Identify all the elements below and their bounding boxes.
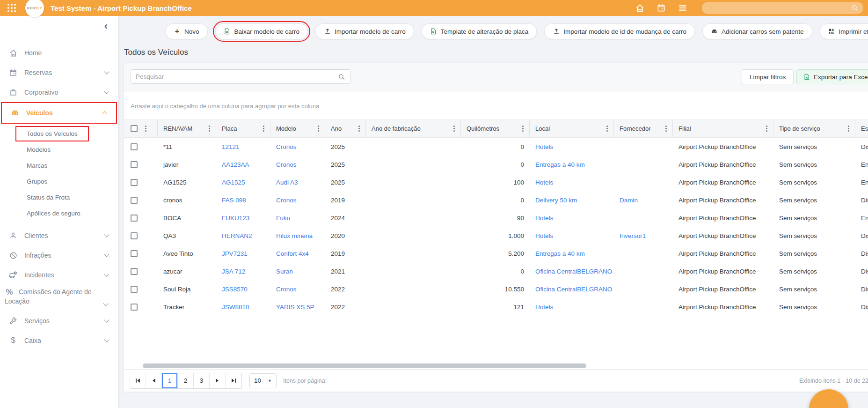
sidebar-item-todos-os-veiculos[interactable]: Todos os Veículos — [0, 126, 118, 141]
adicionar-carros-sem-patente-button[interactable]: Adicionar carros sem patente — [702, 23, 812, 39]
cell-placa[interactable]: AA123AA — [216, 156, 270, 173]
cell-modelo[interactable]: Confort 4x4 — [270, 245, 325, 262]
first-page-button[interactable] — [130, 373, 146, 388]
column-menu-icon[interactable] — [766, 128, 767, 129]
column-header-quilometros[interactable]: Quilômetros — [461, 120, 530, 137]
importar-modelo-id-mudanca-button[interactable]: Importar modelo de id de mudança de carr… — [544, 23, 695, 39]
cell-placa[interactable]: JSS8570 — [216, 280, 270, 298]
column-menu-icon[interactable] — [358, 128, 360, 129]
cell-local[interactable]: Hotels — [530, 227, 614, 245]
sidebar-item-servicos[interactable]: Serviços — [0, 311, 118, 331]
sidebar-item-marcas[interactable]: Marcas — [0, 157, 118, 173]
column-header-ano_fabricacao[interactable]: Ano de fabricação — [366, 120, 461, 137]
floating-action-button[interactable] — [809, 389, 848, 408]
imprimir-etiqueta-button[interactable]: Imprimir etiqueta del vehículo — [820, 23, 868, 39]
sidebar-item-corporativo[interactable]: Corporativo — [0, 82, 118, 102]
home-icon[interactable] — [635, 3, 645, 13]
grid-search-input[interactable] — [136, 73, 338, 80]
cell-local[interactable]: Hotels — [530, 209, 614, 227]
row-checkbox[interactable] — [131, 286, 138, 293]
row-checkbox[interactable] — [131, 197, 138, 204]
last-page-button[interactable] — [226, 373, 241, 388]
sidebar-item-caixa[interactable]: $ Caixa — [0, 331, 118, 350]
cell-placa[interactable]: JPV7231 — [216, 245, 270, 262]
sidebar-item-infracoes[interactable]: Infrações — [0, 245, 118, 265]
sidebar-item-modelos[interactable]: Modelos — [0, 141, 118, 157]
column-menu-icon[interactable] — [848, 128, 849, 129]
column-header-fornecedor[interactable]: Fornecedor — [614, 120, 673, 137]
cell-modelo[interactable]: Audi A3 — [270, 173, 325, 191]
row-checkbox[interactable] — [131, 232, 138, 239]
clear-filters-button[interactable]: Limpar filtros — [742, 69, 794, 84]
cell-modelo[interactable]: Cronos — [270, 191, 325, 209]
page-button-2[interactable]: 2 — [178, 373, 194, 388]
column-menu-icon[interactable] — [453, 128, 455, 129]
select-all-checkbox[interactable] — [131, 125, 138, 132]
column-menu-icon[interactable] — [209, 128, 210, 129]
row-checkbox[interactable] — [131, 161, 138, 168]
page-button-3[interactable]: 3 — [194, 373, 210, 388]
export-excel-button[interactable]: Exportar para Excel — [796, 69, 868, 84]
column-header-placa[interactable]: Placa — [216, 120, 270, 137]
column-header-modelo[interactable]: Modelo — [270, 120, 325, 137]
cell-local[interactable]: Entregas a 40 km — [530, 156, 614, 173]
column-menu-icon[interactable] — [522, 128, 524, 129]
cell-placa[interactable]: 12121 — [216, 138, 270, 156]
cell-placa[interactable]: FUKU123 — [216, 209, 270, 227]
importar-modelo-de-carro-button[interactable]: Importar modelo de carro — [315, 23, 414, 39]
cell-local[interactable]: Hotels — [530, 298, 614, 316]
cell-modelo[interactable]: Cronos — [270, 280, 325, 298]
menu-icon[interactable] — [678, 3, 688, 13]
cell-local[interactable]: Hotels — [530, 138, 614, 156]
cell-placa[interactable]: JSW8810 — [216, 298, 270, 316]
column-header-renavam[interactable]: RENAVAM — [158, 120, 216, 137]
baixar-modelo-de-carro-button[interactable]: Baixar modelo de carro — [215, 23, 308, 39]
column-header-ano[interactable]: Ano — [325, 120, 366, 137]
cell-modelo[interactable]: Cronos — [270, 156, 325, 173]
collapse-sidebar-icon[interactable]: ‹ — [104, 21, 108, 31]
cell-modelo[interactable]: YARIS XS 5P — [270, 298, 325, 316]
cell-placa[interactable]: JSA 712 — [216, 262, 270, 280]
select-all-header[interactable] — [124, 120, 158, 137]
novo-button[interactable]: + Novo — [165, 23, 208, 39]
row-checkbox[interactable] — [131, 143, 138, 150]
cell-modelo[interactable]: Hilux mineria — [270, 227, 325, 245]
template-alteracao-placa-button[interactable]: Template de alteração de placa — [422, 23, 537, 39]
calendar-icon[interactable] — [656, 3, 666, 13]
column-header-tipo_servico[interactable]: Tipo de serviço — [773, 120, 855, 137]
sidebar-item-incidentes[interactable]: Incidentes — [0, 265, 118, 285]
cell-modelo[interactable]: Cronos — [270, 138, 325, 156]
cell-modelo[interactable]: Fuku — [270, 209, 325, 227]
sidebar-item-status-da-frota[interactable]: Status da Frota — [0, 189, 118, 205]
cell-fornecedor[interactable]: Damin — [614, 191, 673, 209]
sidebar-item-comissoes[interactable]: %Comissões do Agente de Locação — [0, 285, 118, 311]
cell-local[interactable]: Oficina CentralBELGRANO — [530, 280, 614, 298]
cell-placa[interactable]: HERNAN2 — [216, 227, 270, 245]
cell-placa[interactable]: AG1525 — [216, 173, 270, 191]
next-page-button[interactable] — [210, 373, 226, 388]
column-header-filial[interactable]: Filial — [673, 120, 773, 137]
row-checkbox[interactable] — [131, 250, 138, 257]
column-menu-icon[interactable] — [665, 128, 667, 129]
sidebar-item-grupos[interactable]: Grupos — [0, 173, 118, 189]
row-checkbox[interactable] — [131, 179, 138, 186]
column-menu-icon[interactable] — [606, 128, 608, 129]
page-button-1[interactable]: 1 — [162, 373, 178, 388]
sidebar-item-apolices-de-seguro[interactable]: Apólices de seguro — [0, 205, 118, 221]
page-size-select[interactable]: 10▼ — [249, 373, 277, 388]
sidebar-item-reservas[interactable]: Reservas — [0, 63, 118, 82]
cell-local[interactable]: Oficina CentralBELGRANO — [530, 262, 614, 280]
cell-placa[interactable]: FAS 098 — [216, 191, 270, 209]
sidebar-item-clientes[interactable]: Clientes — [0, 226, 118, 245]
previous-page-button[interactable] — [146, 373, 162, 388]
cell-fornecedor[interactable]: Inversor1 — [614, 227, 673, 245]
cell-modelo[interactable]: Suran — [270, 262, 325, 280]
column-menu-icon[interactable] — [145, 128, 146, 129]
row-checkbox[interactable] — [131, 304, 138, 311]
row-checkbox[interactable] — [131, 215, 138, 222]
column-header-estado[interactable]: Estado — [855, 120, 868, 137]
column-header-local[interactable]: Local — [530, 120, 614, 137]
sidebar-item-home[interactable]: Home — [0, 43, 118, 63]
column-menu-icon[interactable] — [263, 128, 264, 129]
row-checkbox[interactable] — [131, 268, 138, 275]
